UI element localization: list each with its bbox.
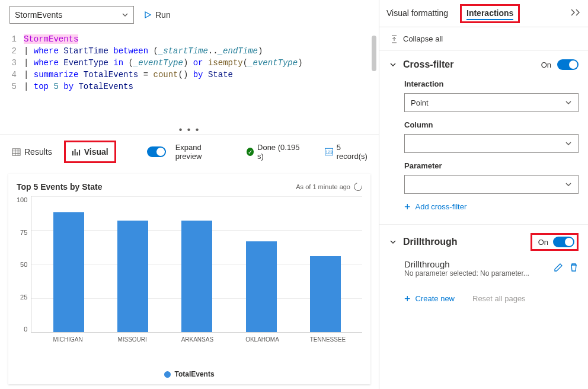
collapse-all-label: Collapse all [403,34,443,43]
crossfilter-chevron[interactable] [389,60,397,69]
chevron-down-icon [389,238,397,245]
line-gutter: 12345 [6,33,24,121]
column-label: Column [404,120,579,129]
drillthrough-toggle[interactable] [553,237,574,247]
interactions-tab-highlight: Interactions [460,4,520,23]
parameter-label: Parameter [404,161,579,170]
collapse-all-button[interactable]: Collapse all [379,27,588,50]
bar[interactable] [310,256,341,332]
svg-text:123: 123 [325,150,333,154]
record-count: 123 5 record(s) [325,143,369,161]
x-tick-label: ARKANSAS [181,336,212,343]
legend-swatch [164,371,171,378]
chevron-down-icon [122,11,129,18]
x-tick-label: OKLAHOMA [245,336,276,343]
trash-icon [569,263,579,272]
visual-tab-label: Visual [84,147,108,157]
refresh-icon[interactable] [352,181,363,192]
bar[interactable] [53,212,84,332]
code-area[interactable]: StormEvents | where StartTime between (_… [24,33,379,121]
chart-title: Top 5 Events by State [17,182,102,192]
delete-drillthrough-button[interactable] [569,263,579,274]
results-tab[interactable]: Results [9,144,55,160]
add-crossfilter-button[interactable]: + Add cross-filter [404,199,579,215]
run-button[interactable]: Run [143,10,171,20]
bar[interactable] [246,241,277,332]
status-text: Done (0.195 s) [257,143,302,161]
run-label: Run [155,10,171,20]
x-tick-label: MICHIGAN [53,336,84,343]
tab-interactions[interactable]: Interactions [466,7,513,20]
chart-icon [72,148,81,157]
datasource-value: StormEvents [15,10,62,20]
query-editor[interactable]: 12345 StormEvents | where StartTime betw… [0,30,379,125]
table-icon [12,148,21,157]
interaction-select[interactable]: Point [404,93,579,112]
svg-rect-0 [12,148,20,155]
x-tick-label: TENNESSEE [310,336,341,343]
expand-panel-button[interactable] [570,8,581,18]
reset-all-pages-button[interactable]: Reset all pages [472,291,526,307]
chevron-down-icon [565,140,572,147]
x-tick-label: MISSOURI [117,336,148,343]
column-select[interactable] [404,134,579,153]
crossfilter-title: Cross-filter [403,59,535,70]
drillthrough-state: On [538,238,548,247]
legend-label: TotalEvents [174,370,214,378]
edit-drillthrough-button[interactable] [554,263,563,274]
crossfilter-toggle[interactable] [557,59,579,70]
check-icon: ✓ [247,148,254,156]
datasource-select[interactable]: StormEvents [9,6,134,24]
plus-icon: + [404,295,411,303]
chart-timestamp: As of 1 minute ago [296,183,350,190]
interaction-value: Point [411,98,429,107]
x-axis: MICHIGANMISSOURIARKANSASOKLAHOMATENNESSE… [31,333,362,343]
bar[interactable] [181,221,212,332]
chart-card: Top 5 Events by State As of 1 minute ago… [8,174,370,384]
pencil-icon [554,263,563,272]
chevron-down-icon [565,181,572,188]
drillthrough-title: Drillthrough [403,237,525,247]
drillthrough-item: Drillthrough No parameter selected: No p… [404,257,579,280]
play-icon [143,11,152,19]
collapse-icon [390,35,398,43]
add-crossfilter-label: Add cross-filter [416,202,467,211]
records-icon: 123 [325,148,333,156]
drillthrough-item-name: Drillthrough [404,259,548,269]
create-new-button[interactable]: + Create new [404,291,455,307]
chevron-down-icon [389,61,397,68]
query-status: ✓ Done (0.195 s) [247,143,302,161]
chevron-down-icon [565,99,572,106]
reset-all-label: Reset all pages [472,294,526,303]
visual-tab-highlight: Visual [64,141,116,163]
drillthrough-item-sub: No parameter selected: No parameter... [404,269,548,278]
visual-tab[interactable]: Visual [69,144,111,160]
crossfilter-state: On [541,60,551,69]
parameter-select[interactable] [404,175,579,194]
results-tab-label: Results [24,147,52,157]
interaction-label: Interaction [404,79,579,88]
expand-preview-label: Expand preview [175,143,224,161]
tab-visual-formatting[interactable]: Visual formatting [386,2,448,25]
records-text: 5 record(s) [337,143,369,161]
y-axis: 1007550250 [17,196,31,333]
plus-icon: + [404,203,411,211]
drillthrough-toggle-highlight: On [531,233,579,251]
chevron-double-right-icon [570,8,581,17]
resize-handle[interactable]: • • • [0,125,379,134]
chart-plot[interactable] [31,196,362,333]
bar[interactable] [117,221,148,332]
expand-preview-toggle[interactable] [147,146,166,157]
scrollbar[interactable] [372,36,376,71]
create-new-label: Create new [416,294,455,303]
drillthrough-chevron[interactable] [389,238,397,246]
chart-legend: TotalEvents [17,370,362,378]
